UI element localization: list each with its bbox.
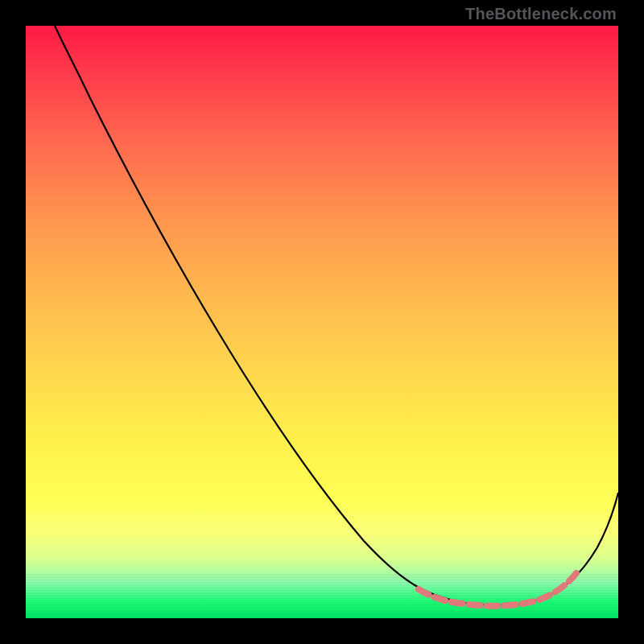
bottleneck-curve: [55, 26, 618, 605]
chart-container: TheBottleneck.com: [0, 0, 644, 644]
plot-area: [26, 26, 618, 618]
valley-highlight: [419, 573, 576, 606]
curve-svg: [26, 26, 618, 618]
watermark-text: TheBottleneck.com: [465, 5, 617, 23]
